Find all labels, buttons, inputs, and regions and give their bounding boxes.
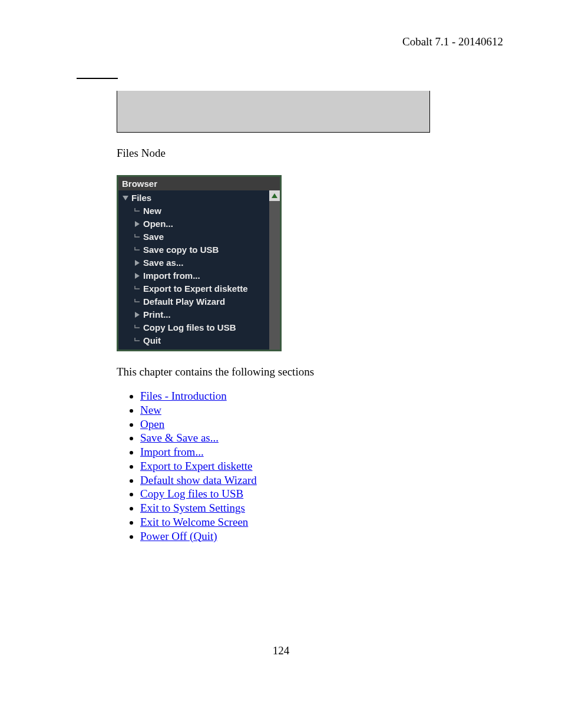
svg-marker-0 bbox=[272, 193, 277, 198]
tree-item[interactable]: New bbox=[118, 205, 280, 218]
tree-item[interactable]: Open... bbox=[118, 218, 280, 230]
tree-branch-icon bbox=[134, 299, 141, 305]
tree-branch-icon bbox=[134, 286, 141, 292]
tree-branch-icon bbox=[134, 247, 141, 253]
svg-marker-2 bbox=[135, 221, 140, 227]
browser-screenshot: Browser Files NewOpen...SaveSave copy to… bbox=[117, 175, 509, 351]
section-link[interactable]: Export to Expert diskette bbox=[140, 460, 252, 472]
browser-panel: Browser Files NewOpen...SaveSave copy to… bbox=[117, 175, 282, 351]
list-item: Export to Expert diskette bbox=[140, 459, 509, 473]
chevron-down-icon bbox=[122, 196, 129, 200]
section-links: Files - IntroductionNewOpenSave & Save a… bbox=[140, 389, 509, 543]
tree-item-label: Save bbox=[143, 231, 164, 243]
tree-branch-icon bbox=[134, 234, 141, 240]
section-link[interactable]: Files - Introduction bbox=[140, 390, 227, 402]
section-link[interactable]: Import from... bbox=[140, 446, 204, 458]
list-item: Exit to System Settings bbox=[140, 501, 509, 515]
svg-marker-3 bbox=[135, 260, 140, 266]
tree-item-label: Print... bbox=[143, 309, 171, 321]
section-link[interactable]: Open bbox=[140, 418, 164, 430]
tree-item-label: Save copy to USB bbox=[143, 244, 219, 256]
tree-item-label: Export to Expert diskette bbox=[143, 283, 248, 295]
tree-item-label: Default Play Wizard bbox=[143, 296, 225, 308]
list-item: Power Off (Quit) bbox=[140, 529, 509, 543]
tree-children: NewOpen...SaveSave copy to USBSave as...… bbox=[118, 205, 280, 347]
chapter-intro: This chapter contains the following sect… bbox=[117, 365, 509, 378]
section-link[interactable]: Exit to Welcome Screen bbox=[140, 516, 248, 528]
tree-item-label: Copy Log files to USB bbox=[143, 322, 236, 334]
list-item: Files - Introduction bbox=[140, 389, 509, 403]
tree-root-label: Files bbox=[131, 192, 151, 204]
tree-item-label: Save as... bbox=[143, 257, 183, 269]
figure-caption: Files Node bbox=[117, 147, 509, 160]
svg-marker-5 bbox=[135, 312, 140, 318]
svg-marker-4 bbox=[135, 273, 140, 279]
tree-item[interactable]: Copy Log files to USB bbox=[118, 321, 280, 334]
tree-item-label: Open... bbox=[143, 218, 173, 230]
document-page: Cobalt 7.1 - 20140612 Files Node Browser… bbox=[0, 0, 562, 728]
chevron-right-icon bbox=[134, 312, 141, 318]
list-item: Exit to Welcome Screen bbox=[140, 515, 509, 529]
tree-item-label: Quit bbox=[143, 335, 161, 347]
tree-item[interactable]: Save copy to USB bbox=[118, 243, 280, 256]
scroll-up-button[interactable] bbox=[269, 190, 280, 201]
tree-item-label: New bbox=[143, 205, 161, 217]
tree-item[interactable]: Default Play Wizard bbox=[118, 295, 280, 308]
page-number: 124 bbox=[0, 644, 562, 657]
tree-branch-icon bbox=[134, 325, 141, 331]
list-item: Save & Save as... bbox=[140, 431, 509, 445]
tree-item[interactable]: Export to Expert diskette bbox=[118, 282, 280, 295]
tree-item[interactable]: Save bbox=[118, 230, 280, 243]
list-item: New bbox=[140, 403, 509, 417]
tree-item[interactable]: Save as... bbox=[118, 256, 280, 269]
chevron-right-icon bbox=[134, 221, 141, 227]
scrollbar[interactable] bbox=[269, 190, 280, 350]
section-rule bbox=[77, 78, 118, 79]
section-link[interactable]: Copy Log files to USB bbox=[140, 487, 243, 500]
section-link[interactable]: Save & Save as... bbox=[140, 431, 219, 444]
section-link[interactable]: Power Off (Quit) bbox=[140, 530, 217, 542]
section-link[interactable]: New bbox=[140, 404, 161, 416]
list-item: Open bbox=[140, 417, 509, 431]
browser-body: Files NewOpen...SaveSave copy to USBSave… bbox=[118, 190, 280, 350]
tree-branch-icon bbox=[134, 208, 141, 214]
list-item: Default show data Wizard bbox=[140, 473, 509, 487]
header-version: Cobalt 7.1 - 20140612 bbox=[77, 35, 509, 48]
tree-item[interactable]: Quit bbox=[118, 334, 280, 347]
section-link[interactable]: Default show data Wizard bbox=[140, 474, 257, 486]
tree-item-label: Import from... bbox=[143, 270, 200, 282]
note-box bbox=[117, 91, 430, 133]
tree-root-files[interactable]: Files bbox=[118, 192, 280, 205]
tree-item[interactable]: Print... bbox=[118, 308, 280, 321]
chevron-up-icon bbox=[272, 193, 277, 198]
svg-marker-1 bbox=[123, 196, 128, 200]
tree-item[interactable]: Import from... bbox=[118, 269, 280, 282]
chevron-right-icon bbox=[134, 273, 141, 279]
browser-title: Browser bbox=[118, 177, 280, 190]
list-item: Import from... bbox=[140, 445, 509, 459]
list-item: Copy Log files to USB bbox=[140, 487, 509, 501]
chevron-right-icon bbox=[134, 260, 141, 266]
section-link[interactable]: Exit to System Settings bbox=[140, 502, 245, 514]
tree-branch-icon bbox=[134, 338, 141, 344]
